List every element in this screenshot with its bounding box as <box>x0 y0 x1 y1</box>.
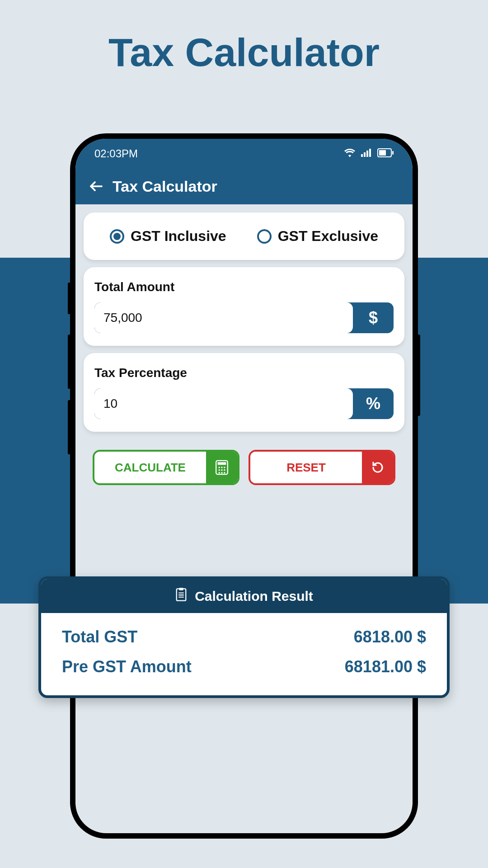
phone-frame: 02:03PM Tax Calculator G <box>70 133 418 839</box>
svg-rect-0 <box>361 154 363 157</box>
svg-point-13 <box>221 469 223 471</box>
percentage-card: Tax Percentage % <box>84 353 404 432</box>
radio-icon <box>110 229 124 244</box>
phone-screen: 02:03PM Tax Calculator G <box>75 139 413 833</box>
percentage-input-row: % <box>94 388 394 419</box>
calculate-label: CALCULATE <box>94 452 206 483</box>
svg-point-9 <box>218 467 220 468</box>
radio-label: GST Exclusive <box>278 228 378 245</box>
result-card: Calculation Result Total GST 6818.00 $ P… <box>38 576 450 698</box>
phone-side-button <box>68 400 70 454</box>
result-row-total-gst: Total GST 6818.00 $ <box>62 622 426 652</box>
app-title: Tax Calculator <box>113 178 217 195</box>
battery-icon <box>377 147 394 160</box>
percentage-label: Tax Percentage <box>94 366 394 380</box>
svg-rect-19 <box>179 588 183 590</box>
radio-label: GST Inclusive <box>131 228 226 245</box>
percentage-input[interactable] <box>94 388 353 419</box>
svg-point-15 <box>218 472 220 474</box>
result-row-pre-gst: Pre GST Amount 68181.00 $ <box>62 652 426 682</box>
calculate-button[interactable]: CALCULATE <box>93 450 239 485</box>
dollar-icon: $ <box>353 302 394 333</box>
radio-gst-exclusive[interactable]: GST Exclusive <box>257 228 378 245</box>
status-time: 02:03PM <box>94 147 138 160</box>
svg-point-16 <box>221 472 223 474</box>
svg-rect-2 <box>366 151 368 157</box>
svg-rect-5 <box>392 151 394 155</box>
amount-input[interactable] <box>94 302 353 333</box>
svg-point-10 <box>221 467 223 468</box>
status-bar: 02:03PM <box>75 139 413 168</box>
result-body: Total GST 6818.00 $ Pre GST Amount 68181… <box>41 613 447 695</box>
result-label: Pre GST Amount <box>62 657 192 676</box>
result-header: Calculation Result <box>41 579 447 613</box>
back-icon[interactable] <box>88 178 104 194</box>
mode-selector-card: GST Inclusive GST Exclusive <box>84 212 404 260</box>
svg-point-17 <box>224 472 225 474</box>
amount-card: Total Amount $ <box>84 267 404 346</box>
result-label: Total GST <box>62 627 137 646</box>
svg-rect-3 <box>369 149 371 157</box>
page-title: Tax Calculator <box>0 29 488 75</box>
amount-input-row: $ <box>94 302 394 333</box>
wifi-icon <box>344 147 356 160</box>
reset-button[interactable]: RESET <box>249 450 395 485</box>
svg-rect-8 <box>218 462 226 465</box>
svg-rect-1 <box>364 152 366 157</box>
signal-icon <box>361 147 372 160</box>
radio-icon <box>257 229 272 244</box>
clipboard-icon <box>175 587 188 605</box>
percent-icon: % <box>353 388 394 419</box>
svg-point-11 <box>224 467 225 468</box>
svg-rect-6 <box>379 150 386 156</box>
phone-side-button <box>418 335 420 416</box>
result-value: 68181.00 $ <box>345 657 426 676</box>
svg-point-12 <box>218 469 220 471</box>
result-value: 6818.00 $ <box>354 627 426 646</box>
result-title: Calculation Result <box>195 589 313 604</box>
radio-gst-inclusive[interactable]: GST Inclusive <box>110 228 226 245</box>
svg-point-14 <box>224 469 225 471</box>
phone-side-button <box>68 283 70 314</box>
amount-label: Total Amount <box>94 280 394 294</box>
reset-icon <box>362 452 394 483</box>
phone-side-button <box>68 335 70 389</box>
reset-label: RESET <box>250 452 362 483</box>
app-header: Tax Calculator <box>75 168 413 204</box>
calculator-icon <box>206 452 238 483</box>
action-buttons: CALCULATE RESET <box>75 450 413 485</box>
